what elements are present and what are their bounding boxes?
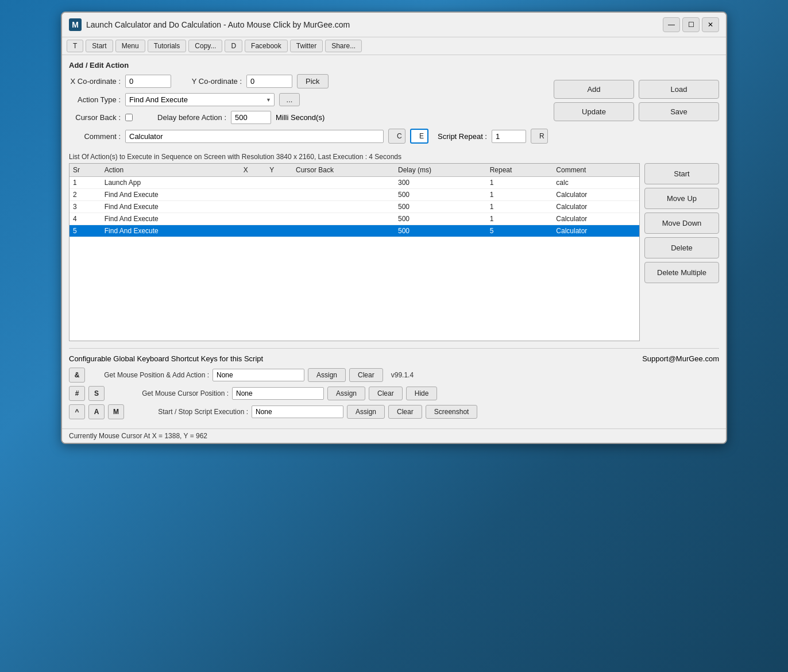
table-cell-x	[240, 201, 266, 213]
shortcut-row-1: & Get Mouse Position & Add Action : Assi…	[69, 368, 719, 383]
start-button[interactable]: Start	[644, 163, 719, 184]
toolbar-btn-menu[interactable]: Menu	[115, 40, 145, 52]
script-repeat-input[interactable]	[492, 130, 526, 143]
table-row[interactable]: 4Find And Execute5001Calculator	[69, 213, 639, 225]
right-button-panel: Add Load Update Save	[554, 74, 719, 148]
assign-button-1[interactable]: Assign	[308, 368, 346, 382]
form-fields: X Co-ordinate : Y Co-ordinate : Pick Act…	[69, 74, 548, 148]
toolbar-btn-t[interactable]: T	[67, 40, 83, 52]
comment-label: Comment :	[69, 132, 121, 141]
add-button[interactable]: Add	[554, 80, 634, 99]
clear-button-1[interactable]: Clear	[349, 368, 383, 382]
toolbar-btn-copy---[interactable]: Copy...	[188, 40, 222, 52]
action-type-wrapper: Find And Execute	[125, 93, 275, 106]
clear-button-2[interactable]: Clear	[369, 387, 403, 400]
key-badge-a: A	[88, 404, 105, 419]
table-row[interactable]: 2Find And Execute5001Calculator	[69, 189, 639, 201]
save-button[interactable]: Save	[639, 102, 719, 121]
x-input[interactable]	[125, 75, 171, 88]
add-load-row: Add Load	[554, 80, 719, 99]
col-repeat: Repeat	[486, 164, 553, 177]
coord-row: X Co-ordinate : Y Co-ordinate : Pick	[69, 74, 548, 88]
title-bar-left: M Launch Calculator and Do Calculation -…	[69, 18, 350, 31]
table-cell-sr: 1	[69, 177, 101, 189]
toolbar-btn-facebook[interactable]: Facebook	[245, 40, 288, 52]
toolbar-btn-start[interactable]: Start	[86, 40, 113, 52]
table-cell-sr: 2	[69, 189, 101, 201]
table-cell-repeat: 1	[486, 201, 553, 213]
y-input[interactable]	[246, 75, 292, 88]
c-button[interactable]: C	[388, 129, 405, 144]
hide-button[interactable]: Hide	[406, 387, 438, 400]
assign-button-2[interactable]: Assign	[327, 387, 365, 400]
col-delay: Delay (ms)	[395, 164, 486, 177]
table-row[interactable]: 3Find And Execute5001Calculator	[69, 201, 639, 213]
table-row[interactable]: 1Launch App3001calc	[69, 177, 639, 189]
pick-button[interactable]: Pick	[297, 74, 329, 88]
table-cell-x	[240, 213, 266, 225]
version-label: v99.1.4	[391, 371, 414, 379]
main-window: M Launch Calculator and Do Calculation -…	[61, 11, 727, 444]
action-type-label: Action Type :	[69, 95, 121, 104]
delete-button[interactable]: Delete	[644, 237, 719, 258]
table-cell-comment: Calculator	[553, 189, 639, 201]
shortcut-input-3[interactable]	[252, 405, 343, 418]
toolbar-btn-twitter[interactable]: Twitter	[290, 40, 323, 52]
table-cell-repeat: 5	[486, 225, 553, 237]
list-section-title: List Of Action(s) to Execute in Sequence…	[69, 153, 719, 161]
action-type-row: Action Type : Find And Execute ...	[69, 93, 548, 106]
cursor-back-checkbox[interactable]	[125, 114, 133, 121]
comment-row: Comment : C E Script Repeat : R	[69, 129, 548, 144]
col-cursor-back: Cursor Back	[292, 164, 395, 177]
toolbar-btn-share---[interactable]: Share...	[325, 40, 362, 52]
comment-input[interactable]	[125, 130, 384, 143]
key-badge-hash: #	[69, 386, 85, 401]
minimize-button[interactable]: —	[663, 17, 680, 32]
shortcuts-title: Configurable Global Keyboard Shortcut Ke…	[69, 354, 263, 363]
table-cell-y	[266, 201, 292, 213]
toolbar-btn-tutorials[interactable]: Tutorials	[148, 40, 187, 52]
r-button[interactable]: R	[531, 129, 548, 144]
update-button[interactable]: Update	[554, 102, 634, 121]
shortcut-input-2[interactable]	[232, 387, 324, 400]
delay-input[interactable]	[231, 111, 271, 124]
title-bar: M Launch Calculator and Do Calculation -…	[62, 13, 726, 37]
app-icon: M	[69, 18, 82, 31]
script-repeat-label: Script Repeat :	[438, 132, 487, 141]
col-sr: Sr	[69, 164, 101, 177]
window-title: Launch Calculator and Do Calculation - A…	[86, 20, 350, 29]
col-y: Y	[266, 164, 292, 177]
move-up-button[interactable]: Move Up	[644, 188, 719, 209]
delete-multiple-button[interactable]: Delete Multiple	[644, 262, 719, 283]
maximize-button[interactable]: ☐	[682, 17, 700, 32]
key-badge-m: M	[108, 404, 124, 419]
clear-button-3[interactable]: Clear	[388, 405, 422, 419]
table-cell-cursor-back	[292, 201, 395, 213]
table-cell-delay--ms-: 300	[395, 177, 486, 189]
main-content: Add / Edit Action X Co-ordinate : Y Co-o…	[62, 55, 726, 428]
shortcuts-header: Configurable Global Keyboard Shortcut Ke…	[69, 354, 719, 363]
ellipsis-button[interactable]: ...	[279, 93, 300, 106]
y-label: Y Co-ordinate :	[176, 77, 242, 86]
shortcut-label-1: Get Mouse Position & Add Action :	[88, 371, 209, 379]
key-badge-caret: ^	[69, 404, 85, 419]
e-button[interactable]: E	[410, 129, 428, 144]
table-cell-repeat: 1	[486, 213, 553, 225]
shortcut-input-1[interactable]	[213, 369, 304, 381]
action-buttons-panel: Start Move Up Move Down Delete Delete Mu…	[644, 163, 719, 341]
table-cell-y	[266, 225, 292, 237]
table-cell-comment: Calculator	[553, 213, 639, 225]
table-cell-comment: calc	[553, 177, 639, 189]
table-cell-delay--ms-: 500	[395, 189, 486, 201]
table-row[interactable]: 5Find And Execute5005Calculator	[69, 225, 639, 237]
toolbar-btn-d[interactable]: D	[225, 40, 242, 52]
shortcut-row-2: # S Get Mouse Cursor Position : Assign C…	[69, 386, 719, 401]
list-area: Sr Action X Y Cursor Back Delay (ms) Rep…	[69, 163, 719, 341]
action-type-select[interactable]: Find And Execute	[125, 93, 275, 106]
move-down-button[interactable]: Move Down	[644, 213, 719, 234]
screenshot-button[interactable]: Screenshot	[426, 405, 478, 419]
load-button[interactable]: Load	[639, 80, 719, 99]
assign-button-3[interactable]: Assign	[347, 405, 385, 419]
table-cell-cursor-back	[292, 189, 395, 201]
close-button[interactable]: ✕	[702, 17, 719, 32]
